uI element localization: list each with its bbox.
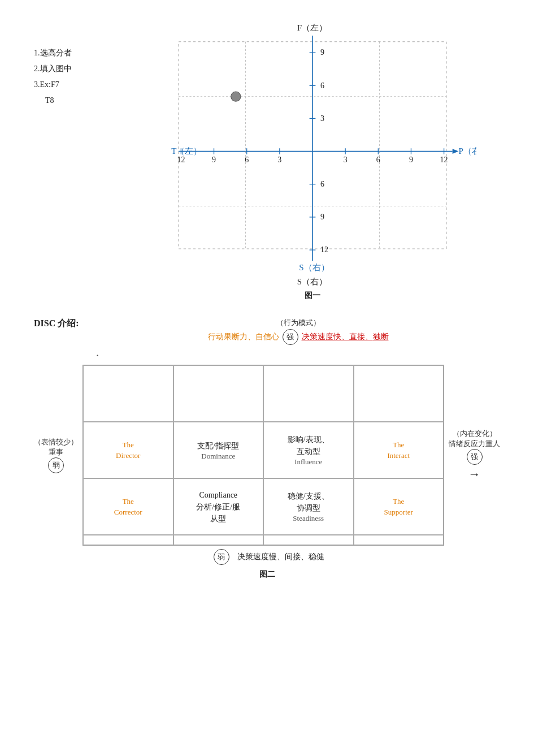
disc-cell-2-1: Compliance分析/修正/服从型 bbox=[173, 478, 264, 535]
disc-right-label: （内在变化） 情绪反应力重人 强 → bbox=[444, 365, 500, 546]
svg-text:9: 9 bbox=[320, 48, 324, 57]
svg-text:T（左）: T（左） bbox=[171, 146, 202, 155]
disc-cell-1-3: TheInteract bbox=[354, 422, 444, 478]
page: 1.选高分者 2.填入图中 3.Ex:F7 T8 F（左） bbox=[0, 0, 534, 602]
compliance-chinese: Compliance分析/修正/服从型 bbox=[196, 489, 240, 525]
disc-bottom-row: 弱 决策速度慢、间接、稳健 bbox=[34, 549, 500, 565]
fig1-caption: 图一 bbox=[305, 291, 320, 301]
svg-text:3: 3 bbox=[277, 155, 281, 164]
disc-cell-2-2: 稳健/支援、协调型 Steadiness bbox=[263, 478, 354, 535]
disc-left-text2: 重事 bbox=[49, 447, 63, 457]
svg-text:6: 6 bbox=[376, 155, 380, 164]
svg-text:9: 9 bbox=[212, 155, 216, 164]
disc-left-text1: （表情较少） bbox=[34, 437, 78, 447]
disc-cell-2-0: TheCorrector bbox=[83, 478, 173, 535]
disc-cell-3-3 bbox=[354, 535, 444, 545]
svg-text:9: 9 bbox=[409, 155, 413, 164]
instruction-line1: 1.选高分者 bbox=[34, 45, 124, 61]
svg-text:12: 12 bbox=[440, 155, 448, 164]
instructions-block: 1.选高分者 2.填入图中 3.Ex:F7 T8 bbox=[34, 23, 124, 109]
disc-cell-3-1 bbox=[173, 535, 264, 545]
disc-cell-0-1 bbox=[173, 365, 264, 422]
svg-text:3: 3 bbox=[320, 114, 324, 123]
disc-bottom-weak-circle: 弱 bbox=[214, 549, 229, 565]
dominance-english: Dominance bbox=[201, 452, 235, 461]
disc-main: （表情较少） 重事 弱 TheDirector 支配/指挥型 bbox=[34, 365, 500, 546]
dominance-chinese: 支配/指挥型 bbox=[197, 440, 239, 452]
disc-cell-2-3: TheSupporter bbox=[354, 478, 444, 535]
svg-text:9: 9 bbox=[320, 213, 324, 221]
svg-text:P（右）: P（右） bbox=[458, 146, 476, 155]
disc-title: DISC 介绍: bbox=[34, 318, 96, 330]
chart-wrapper: 3 6 9 12 3 6 9 12 3 6 9 12 6 9 bbox=[149, 36, 476, 273]
interact-title: TheInteract bbox=[387, 439, 410, 461]
influence-chinese: 影响/表现、互动型 bbox=[288, 434, 329, 457]
fig2-caption: 图二 bbox=[34, 569, 500, 580]
svg-text:12: 12 bbox=[320, 245, 328, 254]
disc-bottom-text: 决策速度慢、间接、稳健 bbox=[237, 552, 324, 562]
svg-text:6: 6 bbox=[320, 81, 324, 90]
disc-cell-1-1: 支配/指挥型 Dominance bbox=[173, 422, 264, 478]
disc-decision-text: 决策速度快、直接、独断 bbox=[302, 332, 389, 342]
disc-right-text2: 情绪反应力重人 bbox=[449, 439, 500, 449]
disc-left-weak-circle: 弱 bbox=[48, 457, 64, 473]
instruction-line3: 3.Ex:F7 bbox=[34, 77, 124, 93]
disc-right-text1: （内在变化） bbox=[453, 429, 497, 439]
influence-english: Influence bbox=[294, 457, 322, 466]
corrector-title: TheCorrector bbox=[114, 496, 142, 518]
steadiness-english: Steadiness bbox=[293, 514, 324, 523]
chart-center: F（左） bbox=[124, 23, 500, 301]
disc-cell-0-2 bbox=[263, 365, 354, 422]
svg-text:6: 6 bbox=[320, 180, 324, 188]
svg-marker-2 bbox=[452, 149, 458, 154]
disc-cell-0-0 bbox=[83, 365, 173, 422]
figure1-section: 1.选高分者 2.填入图中 3.Ex:F7 T8 F（左） bbox=[34, 23, 500, 301]
svg-text:6: 6 bbox=[245, 155, 249, 164]
svg-text:S（右）: S（右） bbox=[299, 263, 329, 272]
disc-cell-1-0: TheDirector bbox=[83, 422, 173, 478]
chart-svg: 3 6 9 12 3 6 9 12 3 6 9 12 6 9 bbox=[149, 36, 476, 273]
disc-top-strong-circle: 强 bbox=[283, 329, 298, 345]
right-arrow: → bbox=[468, 467, 481, 482]
disc-dot: · bbox=[96, 349, 500, 362]
instruction-line4: T8 bbox=[34, 93, 124, 109]
svg-text:3: 3 bbox=[343, 155, 347, 164]
figure2-section: DISC 介绍: （行为模式） 行动果断力、自信心 强 决策速度快、直接、独断 … bbox=[34, 318, 500, 580]
svg-text:12: 12 bbox=[177, 155, 185, 164]
disc-left-label: （表情较少） 重事 弱 bbox=[34, 365, 83, 546]
disc-top-row: 行动果断力、自信心 强 决策速度快、直接、独断 bbox=[96, 329, 500, 345]
instruction-line2: 2.填入图中 bbox=[34, 61, 124, 77]
svg-point-42 bbox=[231, 92, 240, 101]
disc-grid: TheDirector 支配/指挥型 Dominance 影响/表现、互动型 I… bbox=[83, 365, 444, 546]
disc-cell-3-2 bbox=[263, 535, 354, 545]
disc-cell-3-0 bbox=[83, 535, 173, 545]
disc-cell-0-3 bbox=[354, 365, 444, 422]
disc-behavior-label: （行为模式） bbox=[96, 318, 500, 328]
director-title: TheDirector bbox=[116, 439, 140, 461]
s-axis-label: S（右） bbox=[297, 277, 327, 287]
steadiness-chinese: 稳健/支援、协调型 bbox=[288, 490, 329, 514]
f-axis-label: F（左） bbox=[297, 23, 327, 33]
disc-right-strong-circle: 强 bbox=[467, 449, 483, 465]
supporter-title: TheSupporter bbox=[384, 496, 413, 518]
disc-action-text: 行动果断力、自信心 bbox=[208, 332, 279, 342]
disc-cell-1-2: 影响/表现、互动型 Influence bbox=[263, 422, 354, 478]
